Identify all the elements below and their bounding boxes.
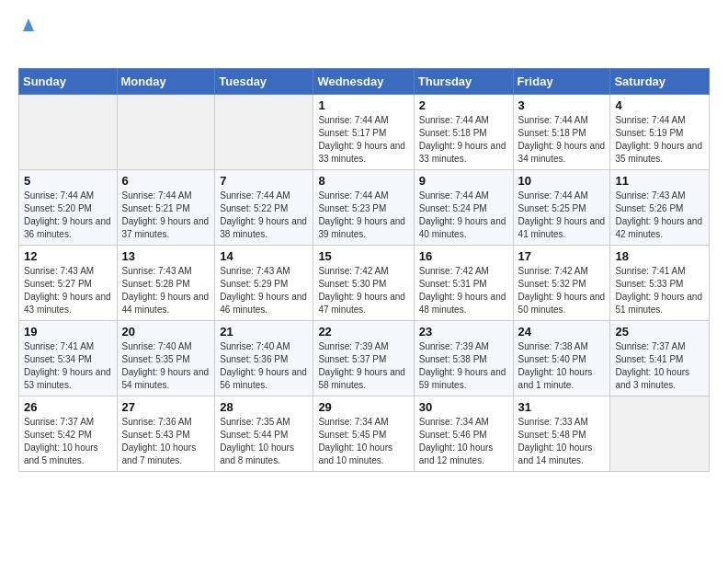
calendar-week-row: 1Sunrise: 7:44 AM Sunset: 5:17 PM Daylig… bbox=[19, 95, 710, 170]
day-number: 14 bbox=[220, 249, 308, 263]
day-info: Sunrise: 7:44 AM Sunset: 5:18 PM Dayligh… bbox=[419, 114, 508, 166]
day-number: 28 bbox=[220, 400, 308, 414]
day-number: 17 bbox=[518, 249, 606, 263]
logo bbox=[18, 15, 39, 57]
calendar-cell bbox=[610, 396, 710, 472]
day-of-week-header: Wednesday bbox=[313, 69, 414, 95]
day-number: 12 bbox=[24, 249, 112, 263]
calendar-cell: 26Sunrise: 7:37 AM Sunset: 5:42 PM Dayli… bbox=[19, 396, 118, 472]
calendar-header-row: SundayMondayTuesdayWednesdayThursdayFrid… bbox=[19, 69, 710, 95]
calendar-week-row: 12Sunrise: 7:43 AM Sunset: 5:27 PM Dayli… bbox=[19, 246, 710, 321]
day-info: Sunrise: 7:37 AM Sunset: 5:42 PM Dayligh… bbox=[24, 416, 112, 467]
calendar-cell: 1Sunrise: 7:44 AM Sunset: 5:17 PM Daylig… bbox=[313, 95, 414, 170]
day-number: 4 bbox=[615, 98, 704, 112]
calendar-cell: 20Sunrise: 7:40 AM Sunset: 5:35 PM Dayli… bbox=[117, 321, 215, 396]
calendar-cell: 6Sunrise: 7:44 AM Sunset: 5:21 PM Daylig… bbox=[117, 170, 215, 246]
calendar-cell: 23Sunrise: 7:39 AM Sunset: 5:38 PM Dayli… bbox=[414, 321, 513, 396]
day-info: Sunrise: 7:36 AM Sunset: 5:43 PM Dayligh… bbox=[122, 416, 210, 467]
calendar-cell: 13Sunrise: 7:43 AM Sunset: 5:28 PM Dayli… bbox=[117, 246, 215, 321]
day-info: Sunrise: 7:38 AM Sunset: 5:40 PM Dayligh… bbox=[518, 340, 606, 392]
calendar-cell: 17Sunrise: 7:42 AM Sunset: 5:32 PM Dayli… bbox=[513, 246, 610, 321]
calendar-cell: 9Sunrise: 7:44 AM Sunset: 5:24 PM Daylig… bbox=[414, 170, 513, 246]
calendar-cell: 5Sunrise: 7:44 AM Sunset: 5:20 PM Daylig… bbox=[19, 170, 118, 246]
day-number: 30 bbox=[419, 400, 508, 414]
day-info: Sunrise: 7:34 AM Sunset: 5:45 PM Dayligh… bbox=[318, 416, 408, 467]
day-number: 13 bbox=[122, 249, 210, 263]
day-info: Sunrise: 7:39 AM Sunset: 5:37 PM Dayligh… bbox=[318, 340, 408, 392]
day-of-week-header: Monday bbox=[117, 69, 215, 95]
day-info: Sunrise: 7:35 AM Sunset: 5:44 PM Dayligh… bbox=[220, 416, 308, 467]
day-info: Sunrise: 7:40 AM Sunset: 5:35 PM Dayligh… bbox=[122, 340, 210, 392]
calendar-cell: 28Sunrise: 7:35 AM Sunset: 5:44 PM Dayli… bbox=[215, 396, 313, 472]
day-number: 27 bbox=[122, 400, 210, 414]
day-number: 6 bbox=[122, 174, 210, 188]
calendar-cell: 3Sunrise: 7:44 AM Sunset: 5:18 PM Daylig… bbox=[513, 95, 610, 170]
day-of-week-header: Saturday bbox=[610, 69, 710, 95]
day-info: Sunrise: 7:43 AM Sunset: 5:26 PM Dayligh… bbox=[615, 190, 704, 241]
calendar-cell: 30Sunrise: 7:34 AM Sunset: 5:46 PM Dayli… bbox=[414, 396, 513, 472]
day-of-week-header: Thursday bbox=[414, 69, 513, 95]
day-number: 3 bbox=[518, 98, 606, 112]
day-number: 19 bbox=[24, 325, 112, 339]
day-info: Sunrise: 7:43 AM Sunset: 5:28 PM Dayligh… bbox=[122, 265, 210, 316]
day-info: Sunrise: 7:44 AM Sunset: 5:18 PM Dayligh… bbox=[518, 114, 606, 166]
calendar-cell: 25Sunrise: 7:37 AM Sunset: 5:41 PM Dayli… bbox=[610, 321, 710, 396]
day-info: Sunrise: 7:41 AM Sunset: 5:34 PM Dayligh… bbox=[24, 340, 112, 392]
day-number: 11 bbox=[615, 174, 704, 188]
day-number: 29 bbox=[318, 400, 408, 414]
calendar-cell: 21Sunrise: 7:40 AM Sunset: 5:36 PM Dayli… bbox=[215, 321, 313, 396]
day-number: 7 bbox=[220, 174, 308, 188]
calendar-cell: 19Sunrise: 7:41 AM Sunset: 5:34 PM Dayli… bbox=[19, 321, 118, 396]
calendar-cell: 14Sunrise: 7:43 AM Sunset: 5:29 PM Dayli… bbox=[215, 246, 313, 321]
calendar-cell: 11Sunrise: 7:43 AM Sunset: 5:26 PM Dayli… bbox=[610, 170, 710, 246]
day-info: Sunrise: 7:43 AM Sunset: 5:27 PM Dayligh… bbox=[24, 265, 112, 316]
day-info: Sunrise: 7:44 AM Sunset: 5:21 PM Dayligh… bbox=[122, 190, 210, 241]
day-of-week-header: Sunday bbox=[19, 69, 118, 95]
calendar-cell: 18Sunrise: 7:41 AM Sunset: 5:33 PM Dayli… bbox=[610, 246, 710, 321]
day-number: 21 bbox=[220, 325, 308, 339]
day-info: Sunrise: 7:33 AM Sunset: 5:48 PM Dayligh… bbox=[518, 416, 606, 467]
day-number: 5 bbox=[24, 174, 112, 188]
calendar-cell: 4Sunrise: 7:44 AM Sunset: 5:19 PM Daylig… bbox=[610, 95, 710, 170]
calendar-cell bbox=[19, 95, 118, 170]
calendar-week-row: 5Sunrise: 7:44 AM Sunset: 5:20 PM Daylig… bbox=[19, 170, 710, 246]
calendar-cell: 16Sunrise: 7:42 AM Sunset: 5:31 PM Dayli… bbox=[414, 246, 513, 321]
calendar-cell: 27Sunrise: 7:36 AM Sunset: 5:43 PM Dayli… bbox=[117, 396, 215, 472]
calendar-cell bbox=[117, 95, 215, 170]
day-info: Sunrise: 7:39 AM Sunset: 5:38 PM Dayligh… bbox=[419, 340, 508, 392]
day-info: Sunrise: 7:43 AM Sunset: 5:29 PM Dayligh… bbox=[220, 265, 308, 316]
day-info: Sunrise: 7:42 AM Sunset: 5:30 PM Dayligh… bbox=[318, 265, 408, 316]
calendar-cell: 22Sunrise: 7:39 AM Sunset: 5:37 PM Dayli… bbox=[313, 321, 414, 396]
day-number: 20 bbox=[122, 325, 210, 339]
calendar-cell: 2Sunrise: 7:44 AM Sunset: 5:18 PM Daylig… bbox=[414, 95, 513, 170]
logo-sail-icon bbox=[19, 15, 38, 33]
day-info: Sunrise: 7:42 AM Sunset: 5:31 PM Dayligh… bbox=[419, 265, 508, 316]
day-info: Sunrise: 7:41 AM Sunset: 5:33 PM Dayligh… bbox=[615, 265, 704, 316]
day-info: Sunrise: 7:44 AM Sunset: 5:17 PM Dayligh… bbox=[318, 114, 408, 166]
day-info: Sunrise: 7:44 AM Sunset: 5:22 PM Dayligh… bbox=[220, 190, 308, 241]
day-number: 26 bbox=[24, 400, 112, 414]
logo-text bbox=[18, 15, 39, 57]
page-header bbox=[18, 15, 710, 57]
day-info: Sunrise: 7:44 AM Sunset: 5:24 PM Dayligh… bbox=[419, 190, 508, 241]
day-number: 1 bbox=[318, 98, 408, 112]
day-info: Sunrise: 7:44 AM Sunset: 5:20 PM Dayligh… bbox=[24, 190, 112, 241]
calendar-cell: 15Sunrise: 7:42 AM Sunset: 5:30 PM Dayli… bbox=[313, 246, 414, 321]
calendar-cell: 12Sunrise: 7:43 AM Sunset: 5:27 PM Dayli… bbox=[19, 246, 118, 321]
calendar-week-row: 26Sunrise: 7:37 AM Sunset: 5:42 PM Dayli… bbox=[19, 396, 710, 472]
day-info: Sunrise: 7:37 AM Sunset: 5:41 PM Dayligh… bbox=[615, 340, 704, 392]
day-number: 22 bbox=[318, 325, 408, 339]
day-number: 2 bbox=[419, 98, 508, 112]
calendar-cell: 10Sunrise: 7:44 AM Sunset: 5:25 PM Dayli… bbox=[513, 170, 610, 246]
svg-marker-0 bbox=[23, 18, 34, 31]
day-info: Sunrise: 7:34 AM Sunset: 5:46 PM Dayligh… bbox=[419, 416, 508, 467]
day-info: Sunrise: 7:40 AM Sunset: 5:36 PM Dayligh… bbox=[220, 340, 308, 392]
calendar-week-row: 19Sunrise: 7:41 AM Sunset: 5:34 PM Dayli… bbox=[19, 321, 710, 396]
calendar-cell bbox=[215, 95, 313, 170]
day-of-week-header: Friday bbox=[513, 69, 610, 95]
day-number: 9 bbox=[419, 174, 508, 188]
day-number: 25 bbox=[615, 325, 704, 339]
calendar-cell: 24Sunrise: 7:38 AM Sunset: 5:40 PM Dayli… bbox=[513, 321, 610, 396]
day-info: Sunrise: 7:44 AM Sunset: 5:25 PM Dayligh… bbox=[518, 190, 606, 241]
day-number: 15 bbox=[318, 249, 408, 263]
